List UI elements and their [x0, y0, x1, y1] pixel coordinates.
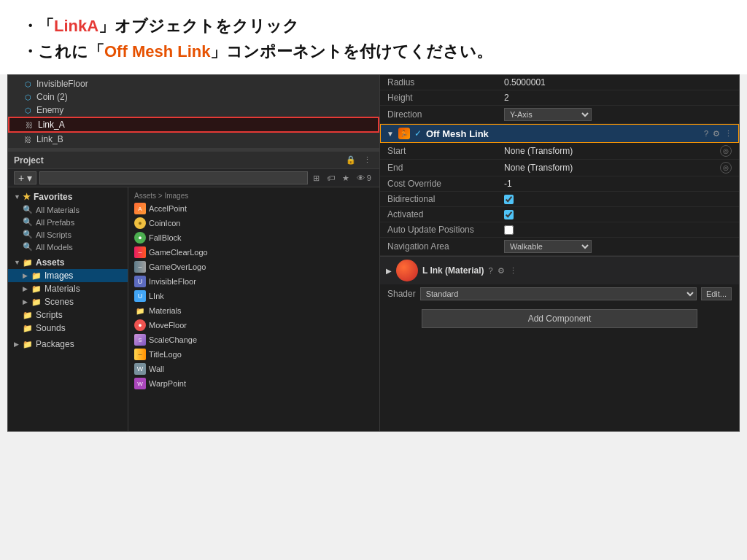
- asset-coinicon[interactable]: ● CoinIcon: [131, 216, 376, 230]
- add-component-button[interactable]: Add Component: [422, 309, 697, 328]
- height-value: 2: [504, 93, 732, 103]
- arrow-icon: ▶: [23, 285, 28, 292]
- asset-wall[interactable]: W Wall: [131, 362, 376, 376]
- arrow-icon: ▶: [14, 341, 20, 348]
- auto-update-checkbox[interactable]: [504, 225, 514, 235]
- asset-titlelogo[interactable]: ─ TitleLogo: [131, 347, 376, 362]
- asset-name: ScaleChange: [149, 335, 197, 344]
- asset-icon: ─: [134, 261, 146, 273]
- start-row: Start None (Transform) ◎: [380, 143, 739, 160]
- eye-icon[interactable]: 👁 9: [355, 173, 374, 183]
- bidirectional-row: Bidirectional: [380, 192, 739, 207]
- auto-update-label: Auto Update Positions: [387, 225, 504, 235]
- tree-item-scenes[interactable]: ▶ 📁 Scenes: [8, 295, 128, 308]
- asset-icon: W: [134, 363, 146, 375]
- asset-gameoverlogo[interactable]: ─ GameOverLogo: [131, 260, 376, 274]
- header-line1-prefix: ・「: [22, 17, 54, 35]
- asset-materials[interactable]: 📁 Materials: [131, 303, 376, 318]
- tree-item-label: Scenes: [44, 297, 74, 307]
- header-line2-prefix: ・これに「: [22, 42, 104, 61]
- activated-row: Activated: [380, 207, 739, 222]
- collapse-arrow-icon[interactable]: ▼: [387, 130, 394, 138]
- material-header: ▶ L Ink (Material) ? ⚙ ⋮: [380, 256, 739, 284]
- header-line1-suffix: 」オブジェクトをクリック: [98, 17, 299, 35]
- project-panel: Project 🔒 ⋮ + ▾ ⊞ 🏷 ★ 👁 9 ▼: [8, 151, 379, 431]
- material-collapse-icon[interactable]: ▶: [386, 267, 392, 275]
- asset-warppoint[interactable]: W WarpPoint: [131, 376, 376, 391]
- asset-icon: U: [134, 290, 146, 302]
- link-icon: ⛓: [24, 120, 34, 130]
- filter-icon[interactable]: ⊞: [311, 173, 322, 184]
- tree-item-materials[interactable]: ▶ 📁 Materials: [8, 282, 128, 295]
- asset-icon: ●: [134, 319, 146, 331]
- edit-button[interactable]: Edit...: [701, 287, 732, 300]
- cube-icon: ⬡: [23, 79, 33, 89]
- cost-override-value: -1: [504, 179, 732, 189]
- hierarchy-item-linkb[interactable]: ⛓ Link_B: [8, 133, 379, 146]
- shader-select[interactable]: Standard: [420, 287, 697, 300]
- more-icon[interactable]: ⋮: [509, 266, 517, 276]
- start-picker-icon[interactable]: ◎: [720, 145, 732, 157]
- hierarchy-item-name: Link_B: [36, 134, 63, 144]
- hierarchy-item-linka[interactable]: ⛓ Link_A: [8, 117, 379, 133]
- settings-icon[interactable]: ⚙: [713, 129, 720, 139]
- fav-all-models[interactable]: 🔍 All Models: [8, 241, 128, 253]
- help-icon[interactable]: ?: [488, 266, 492, 275]
- add-component-row: Add Component: [380, 303, 739, 334]
- activated-checkbox[interactable]: [504, 210, 514, 219]
- fav-item-label: All Materials: [36, 206, 80, 214]
- folder-icon: 📁: [31, 284, 42, 294]
- hierarchy-item-enemy[interactable]: ⬡ Enemy: [8, 104, 379, 117]
- asset-fallblock[interactable]: ● FallBlock: [131, 230, 376, 245]
- asset-invisiblefloor[interactable]: U InvisibleFloor: [131, 274, 376, 289]
- asset-name: WarpPoint: [149, 379, 186, 388]
- direction-select[interactable]: Y-Axis X-Axis Z-Axis: [504, 108, 592, 121]
- asset-gameclearlogo[interactable]: ─ GameClearLogo: [131, 245, 376, 260]
- search-input[interactable]: [39, 171, 308, 184]
- asset-accelpoint[interactable]: A AccelPoint: [131, 201, 376, 216]
- help-icon[interactable]: ?: [704, 129, 708, 138]
- fav-all-prefabs[interactable]: 🔍 All Prefabs: [8, 216, 128, 228]
- tree-item-scripts[interactable]: 📁 Scripts: [8, 308, 128, 322]
- right-panel: Radius 0.5000001 Height 2 Direction Y-Ax…: [380, 75, 739, 431]
- tree-item-sounds[interactable]: 📁 Sounds: [8, 322, 128, 335]
- material-preview-icon: [396, 260, 418, 281]
- fav-all-materials[interactable]: 🔍 All Materials: [8, 203, 128, 216]
- height-row: Height 2: [380, 90, 739, 106]
- end-picker-icon[interactable]: ◎: [720, 162, 732, 174]
- nav-area-select[interactable]: Walkable Not Walkable Jump: [504, 240, 592, 253]
- cost-override-row: Cost Override -1: [380, 176, 739, 192]
- asset-icon: W: [134, 378, 146, 389]
- more-icon[interactable]: ⋮: [724, 129, 732, 139]
- add-button[interactable]: + ▾: [14, 171, 36, 184]
- asset-icon: ●: [134, 217, 146, 229]
- header-line1-highlight: LinkA: [54, 17, 98, 35]
- asset-scalechange[interactable]: S ScaleChange: [131, 332, 376, 347]
- tree-item-label: Scripts: [36, 310, 63, 320]
- tag-icon[interactable]: 🏷: [325, 173, 337, 183]
- lock-icon[interactable]: 🔒: [344, 155, 358, 166]
- component-enabled-checkbox[interactable]: ✓: [414, 128, 422, 139]
- hierarchy-top-bar: ⬡ InvisibleFloor ⬡ Coin (2) ⬡ Enemy ⛓ Li…: [8, 75, 379, 149]
- asset-name: FallBlock: [149, 233, 182, 242]
- assets-section[interactable]: ▼ 📁 Assets: [8, 256, 128, 269]
- star-icon[interactable]: ★: [340, 173, 352, 184]
- fav-item-label: All Models: [36, 243, 73, 252]
- more-options-icon[interactable]: ⋮: [361, 155, 374, 166]
- folder-icon: 📁: [23, 324, 33, 333]
- tree-item-images[interactable]: ▶ 📁 Images: [8, 269, 128, 282]
- fav-all-scripts[interactable]: 🔍 All Scripts: [8, 228, 128, 241]
- favorites-section[interactable]: ▼ ★ Favorites: [8, 190, 128, 203]
- asset-name: GameClearLogo: [149, 248, 208, 257]
- asset-link[interactable]: U LInk: [131, 289, 376, 303]
- tree-item-packages[interactable]: ▶ 📁 Packages: [8, 338, 128, 351]
- bidirectional-checkbox[interactable]: [504, 195, 514, 204]
- tree-item-label: Images: [44, 271, 73, 281]
- hierarchy-item-coin[interactable]: ⬡ Coin (2): [8, 90, 379, 104]
- settings-icon[interactable]: ⚙: [498, 266, 505, 276]
- direction-label: Direction: [387, 109, 504, 120]
- asset-icon: ●: [134, 232, 146, 244]
- off-mesh-link-icon: 🏃: [398, 128, 410, 139]
- asset-movefloor[interactable]: ● MoveFloor: [131, 318, 376, 332]
- hierarchy-item-invisiblefloor[interactable]: ⬡ InvisibleFloor: [8, 77, 379, 90]
